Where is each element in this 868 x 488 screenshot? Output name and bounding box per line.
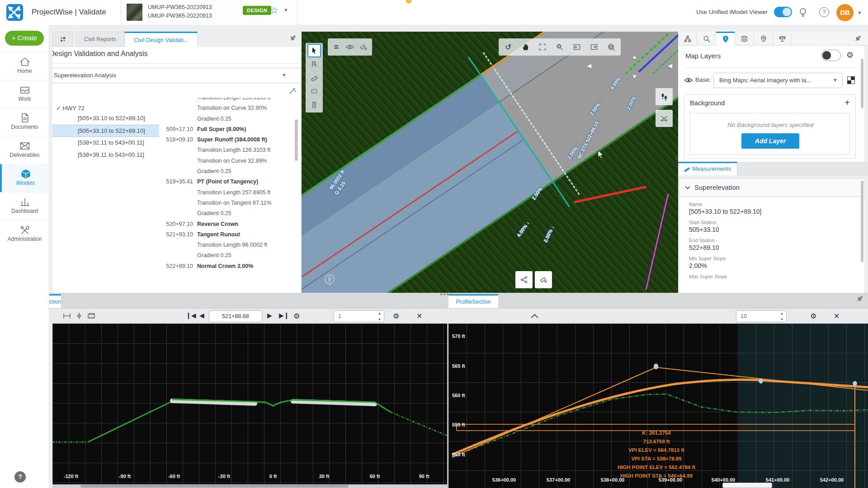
measure-tool-button[interactable] bbox=[307, 71, 321, 84]
imodel-tab[interactable]: UMUP-PW365-20220913 UMUP-PW365-20220913 … bbox=[120, 0, 297, 25]
sidebar-item-documents[interactable]: Documents bbox=[0, 108, 49, 136]
zoom-window-button[interactable] bbox=[553, 40, 566, 54]
first-station-button[interactable]: ❙◀ bbox=[186, 312, 196, 319]
map-layers-toggle[interactable] bbox=[821, 50, 841, 61]
cube-up-arrow-icon[interactable]: ▲ bbox=[632, 53, 637, 60]
rotate-view-button[interactable]: ↺ bbox=[501, 40, 515, 54]
share-view-button[interactable] bbox=[515, 271, 533, 288]
add-background-plus-icon[interactable]: + bbox=[844, 98, 850, 108]
sidebar-item-deliverables[interactable]: Deliverables bbox=[0, 136, 49, 164]
tab-civil-design-validation[interactable]: Civil Design Validati... bbox=[124, 32, 198, 47]
cross-section-settings-gear-icon[interactable]: ⚙ bbox=[393, 312, 399, 320]
sidebar-item-home[interactable]: Home bbox=[0, 52, 49, 80]
walk-tool-button[interactable] bbox=[656, 88, 673, 105]
tab-search[interactable] bbox=[697, 32, 716, 46]
collapse-panel-chevron-icon[interactable] bbox=[531, 314, 538, 321]
sidebar-item-administration[interactable]: Administration bbox=[0, 220, 49, 250]
tab-measurements[interactable]: Measurements bbox=[678, 162, 737, 175]
tab-markers[interactable] bbox=[754, 32, 773, 46]
ideas-lightbulb-icon[interactable] bbox=[798, 7, 808, 18]
left-panel-pin-icon[interactable] bbox=[289, 34, 297, 42]
global-view-button[interactable] bbox=[604, 40, 618, 54]
slope-display-button[interactable] bbox=[656, 110, 673, 127]
cross-section-chart[interactable]: -120 ft -90 ft -60 ft -30 ft 0 ft 30 ft … bbox=[52, 324, 447, 484]
display-settings-icon[interactable] bbox=[87, 312, 95, 319]
clear-measurements-button[interactable] bbox=[535, 271, 552, 288]
cube-west-arrow-icon[interactable]: ◀ bbox=[587, 62, 591, 69]
spinner-up-icon[interactable]: ▲ bbox=[378, 312, 381, 315]
flag-tool-button[interactable] bbox=[307, 57, 321, 71]
bottom-panel-pin-icon[interactable] bbox=[856, 295, 863, 302]
sidebar-help-button[interactable]: ? bbox=[14, 471, 26, 483]
tree-item-range[interactable]: [538+39.11 to 543+00.11] bbox=[52, 149, 159, 161]
left-splitter-handle[interactable]: ⋮⋮ bbox=[300, 157, 302, 161]
section-tool-button[interactable] bbox=[307, 84, 321, 98]
profile-scrollbar-thumb[interactable] bbox=[722, 483, 772, 488]
spinner-down-icon[interactable]: ▼ bbox=[378, 318, 381, 321]
fit-width-icon[interactable] bbox=[63, 312, 71, 319]
interval-spinner[interactable]: 1 ▲ ▼ bbox=[334, 310, 384, 322]
exaggeration-spinner[interactable]: 10 ▲ ▼ bbox=[736, 310, 787, 322]
close-profile-icon[interactable]: ✕ bbox=[834, 312, 840, 320]
profile-section-chart[interactable]: 570 ft 565 ft 560 ft 555 ft 550 ft 536+0… bbox=[448, 324, 868, 488]
vertical-exaggeration-icon[interactable] bbox=[75, 312, 83, 319]
base-visibility-eye-icon[interactable] bbox=[684, 77, 693, 83]
unified-viewer-toggle[interactable] bbox=[774, 7, 792, 17]
event-list-scrollbar[interactable] bbox=[295, 119, 298, 161]
spinner-up-icon[interactable]: ▲ bbox=[780, 312, 783, 315]
view-previous-button[interactable] bbox=[570, 40, 584, 54]
create-button[interactable]: + Create bbox=[5, 31, 44, 46]
tab-cross-section[interactable]: CrossSection bbox=[49, 294, 61, 308]
view-next-button[interactable] bbox=[587, 40, 601, 54]
analysis-type-dropdown[interactable]: Superelevation Analysis ▼ bbox=[52, 68, 301, 83]
transparency-swatch-icon[interactable] bbox=[847, 76, 855, 84]
cross-section-scrollbar[interactable] bbox=[52, 484, 447, 488]
panel-apps-tab[interactable] bbox=[52, 32, 73, 47]
help-icon[interactable]: ? bbox=[819, 7, 829, 17]
tab-civil-reports[interactable]: Civil Reports bbox=[76, 32, 124, 47]
last-station-button[interactable]: ▶❙ bbox=[279, 312, 289, 319]
sidebar-item-work[interactable]: Work bbox=[0, 80, 49, 108]
fit-view-button[interactable] bbox=[536, 40, 549, 54]
profile-settings-gear-icon[interactable]: ⚙ bbox=[810, 312, 816, 320]
sidebar-item-imodels[interactable]: iModels bbox=[0, 164, 49, 192]
right-panel-scrollbar[interactable] bbox=[861, 59, 863, 108]
sidebar-item-dashboard[interactable]: Dashboard bbox=[0, 192, 49, 220]
right-splitter-handle[interactable]: ⋮⋮ bbox=[675, 157, 677, 161]
imodel-3d-viewport[interactable]: 4.00% ↑ 2.00% ↑ 2.00% NC STA 522+89.10 2… bbox=[302, 32, 678, 293]
tab-map-layers[interactable]: ! bbox=[716, 32, 735, 46]
tab-validation-rules[interactable] bbox=[773, 32, 792, 46]
map-settings-gear-icon[interactable]: ⚙ bbox=[846, 50, 854, 60]
tree-item-range[interactable]: [538+32.11 to 543+00.11] bbox=[52, 137, 159, 149]
bottom-splitter-handle[interactable]: ●●●● bbox=[440, 291, 453, 296]
corridor-tool-button[interactable] bbox=[307, 98, 321, 112]
visibility-button[interactable] bbox=[343, 40, 357, 54]
cube-east-arrow-icon[interactable]: ◀ bbox=[668, 62, 672, 69]
superelevation-scrollbar[interactable] bbox=[861, 181, 863, 262]
tab-model-tree[interactable] bbox=[678, 32, 697, 46]
pan-view-button[interactable] bbox=[519, 40, 532, 54]
close-cross-section-icon[interactable]: ✕ bbox=[416, 312, 422, 320]
tab-map-feature-info[interactable] bbox=[735, 32, 754, 46]
right-panel-pin-icon[interactable] bbox=[854, 35, 862, 42]
previous-station-button[interactable]: ◀ bbox=[199, 312, 204, 319]
user-avatar[interactable]: DB bbox=[836, 4, 854, 21]
clear-overrides-button[interactable] bbox=[357, 40, 370, 54]
user-menu-caret-icon[interactable]: ▼ bbox=[857, 10, 862, 15]
tab-caret-icon[interactable]: ▼ bbox=[283, 7, 288, 13]
superelevation-section-header[interactable]: Superelevation bbox=[679, 178, 864, 197]
layers-menu-button[interactable]: ≡ bbox=[330, 40, 343, 54]
station-input[interactable]: 521+88.68 bbox=[209, 310, 262, 322]
base-map-dropdown[interactable]: Bing Maps: Aerial Imagery with la... ▼ bbox=[713, 73, 843, 88]
next-station-button[interactable]: ▶ bbox=[267, 312, 272, 319]
spinner-down-icon[interactable]: ▼ bbox=[780, 318, 783, 321]
add-layer-button[interactable]: Add Layer bbox=[741, 133, 799, 149]
cube-down-arrow-icon[interactable]: ▼ bbox=[632, 73, 637, 80]
magic-wand-icon[interactable] bbox=[288, 87, 297, 95]
favorite-star-icon[interactable]: ☆ bbox=[270, 5, 278, 16]
tab-profile-section[interactable]: ProfileSection bbox=[448, 294, 498, 308]
scrollbar-thumb[interactable] bbox=[80, 485, 349, 488]
projectwise-logo-icon[interactable] bbox=[6, 4, 23, 21]
tree-item-range[interactable]: [505+33.10 to 522+89.10] bbox=[52, 113, 159, 125]
select-tool-button[interactable] bbox=[307, 44, 321, 57]
